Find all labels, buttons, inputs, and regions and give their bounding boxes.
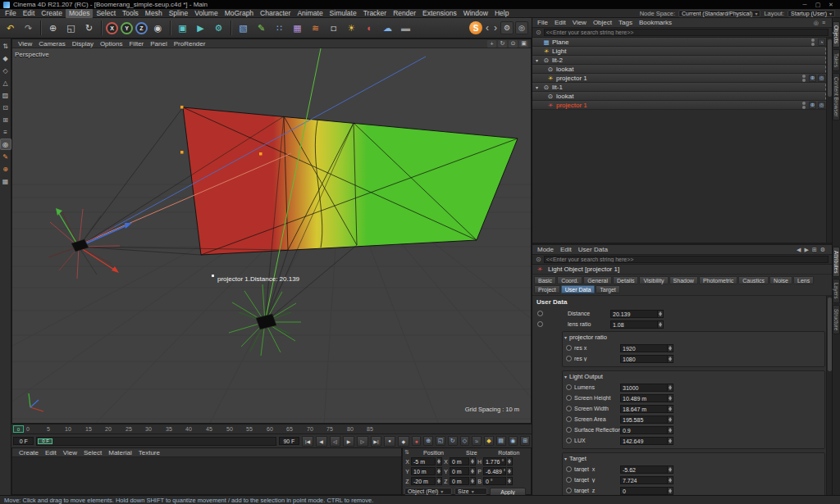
spinner[interactable] [668, 405, 673, 413]
keyframe-button[interactable]: ◆ [398, 436, 409, 447]
spinner[interactable] [668, 437, 673, 445]
field-value[interactable]: 1080 [620, 355, 668, 363]
menu-item-select[interactable]: Select [93, 9, 119, 18]
viewport-scene[interactable]: projector 1.Distance: 20.139 [12, 48, 532, 424]
menu-item-volume[interactable]: Volume [191, 9, 221, 18]
points-mode-icon[interactable]: ▨ [1, 90, 11, 100]
spinner[interactable] [668, 355, 673, 363]
om-menu-tags[interactable]: Tags [615, 18, 636, 27]
am-scrollbar[interactable] [826, 296, 832, 497]
rot-b-field[interactable]: 0 ° [483, 477, 506, 485]
rot-h-field[interactable]: 1.776 ° [483, 457, 506, 465]
scale-tool-icon[interactable]: ◱ [62, 20, 80, 37]
keyframe-circle-icon[interactable] [566, 477, 572, 483]
spinner[interactable] [658, 320, 664, 329]
om-menu-edit[interactable]: Edit [551, 18, 569, 27]
field-value[interactable]: 0 [620, 487, 668, 495]
record-position-icon[interactable]: ⊕ [423, 436, 433, 446]
spinner[interactable] [507, 477, 513, 485]
chevron-left-icon[interactable]: ‹ [484, 22, 491, 34]
collapse-icon[interactable]: ▾ [564, 456, 567, 461]
spinner[interactable] [668, 426, 673, 434]
prev-frame-button[interactable]: ◁ [330, 436, 341, 447]
axis-y-button[interactable]: Y [121, 22, 133, 34]
target-tag-icon[interactable]: ⊕ [809, 75, 816, 82]
spline-pen-icon[interactable]: ✎ [253, 20, 270, 37]
tab-noise[interactable]: Noise [769, 276, 792, 284]
visibility-dots[interactable] [802, 75, 806, 82]
tab-lens[interactable]: Lens [793, 276, 814, 284]
vp-menu-cameras[interactable]: Cameras [35, 39, 68, 48]
mm-menu-view[interactable]: View [60, 448, 80, 457]
tab-user-data[interactable]: User Data [561, 285, 596, 293]
spinner[interactable] [470, 477, 476, 485]
layout-dropdown[interactable]: Startup (User) [788, 10, 835, 17]
prev-key-button[interactable]: ◀ [316, 436, 327, 447]
goto-end-button[interactable]: ▶| [371, 436, 382, 447]
maximize-button[interactable]: ▢ [812, 2, 824, 8]
vp-menu-prorender[interactable]: ProRender [171, 39, 209, 48]
simulate-icon[interactable]: ≋ [307, 20, 324, 37]
object-name[interactable]: lookat [556, 93, 573, 100]
expand-icon[interactable]: ▾ [536, 84, 542, 90]
dock-tab-structure[interactable]: Structure [833, 305, 840, 334]
object-row-projector1-selected[interactable]: ☀ projector 1 ⊕ ◎ [532, 101, 832, 110]
spinner[interactable] [668, 415, 673, 424]
workplane-mode-icon[interactable]: △ [1, 78, 11, 88]
tab-caustics[interactable]: Caustics [738, 276, 769, 284]
history-forward-icon[interactable]: ▶ [804, 247, 808, 253]
perspective-viewport[interactable]: View Cameras Display Options Filter Pane… [11, 39, 532, 424]
maximize-view-icon[interactable]: ▣ [519, 40, 528, 48]
dock-tab-content-browser[interactable]: Content Browser [833, 73, 840, 120]
snap-icon[interactable]: ⊕ [1, 164, 11, 174]
object-row-lit1[interactable]: ▾ ⊙ lit-1 [532, 83, 832, 92]
field-value[interactable]: 10.489 m [620, 394, 668, 402]
autokey-icon[interactable]: ◆ [484, 436, 494, 446]
object-name[interactable]: Light [552, 48, 566, 55]
axis-gizmo[interactable] [56, 208, 132, 273]
camera-icon[interactable]: ◘ [325, 20, 342, 37]
mm-menu-material[interactable]: Material [105, 448, 135, 457]
target-tag-icon[interactable]: ⊕ [809, 102, 816, 109]
current-frame-field[interactable]: 0 F [13, 437, 34, 445]
range-end-field[interactable]: 90 F [279, 437, 299, 445]
keyframe-circle-icon[interactable] [566, 345, 572, 351]
tab-coord[interactable]: Coord. [557, 276, 582, 284]
rot-p-field[interactable]: -6.489 ° [483, 467, 506, 475]
menu-item-spline[interactable]: Spline [166, 9, 192, 18]
om-menu-object[interactable]: Object [590, 18, 615, 27]
dock-tab-objects[interactable]: Objects [833, 21, 840, 48]
cube-primitive-icon[interactable]: ▧ [235, 20, 252, 37]
object-name[interactable]: lookat [556, 66, 573, 73]
dock-tab-layers[interactable]: Layers [833, 279, 840, 303]
menu-item-animate[interactable]: Animate [294, 9, 326, 18]
keyframe-circle-icon[interactable] [566, 466, 572, 472]
object-row-projector1-a[interactable]: ☀ projector 1 ⊕ ◎ [532, 74, 832, 83]
power-slider-thumb[interactable]: 0 F [38, 438, 52, 444]
menu-item-edit[interactable]: Edit [20, 9, 39, 18]
grid-icon[interactable]: ▦ [1, 176, 11, 186]
object-search-input[interactable] [544, 29, 829, 36]
new-panel-icon[interactable]: ⊞ [812, 247, 817, 253]
keyframe-circle-icon[interactable] [537, 311, 543, 316]
menu-item-help[interactable]: Help [491, 9, 512, 18]
tweak-mode-icon[interactable]: ≡ [1, 127, 11, 137]
orbit-view-icon[interactable]: ↻ [498, 40, 507, 48]
spinner[interactable] [436, 477, 442, 485]
keyframe-circle-icon[interactable] [566, 356, 572, 361]
object-name[interactable]: Plane [552, 39, 568, 46]
model-mode-icon[interactable]: ◆ [1, 53, 11, 63]
size-y-field[interactable]: 0 m [450, 467, 469, 475]
size-x-field[interactable]: 0 m [450, 457, 469, 465]
field-value[interactable]: 20.139 [610, 310, 658, 318]
floor-icon[interactable]: ▬ [397, 20, 414, 37]
vp-menu-display[interactable]: Display [69, 39, 97, 48]
vp-menu-panel[interactable]: Panel [147, 39, 170, 48]
spinner[interactable] [507, 457, 513, 465]
record-pla-icon[interactable]: ≈ [472, 436, 482, 446]
next-frame-button[interactable]: ▷ [357, 436, 368, 447]
mograph-icon[interactable]: ∷ [271, 20, 288, 37]
size-mode-dropdown[interactable]: Size [454, 488, 487, 495]
spinner[interactable] [668, 344, 673, 352]
spinner[interactable] [436, 467, 442, 475]
